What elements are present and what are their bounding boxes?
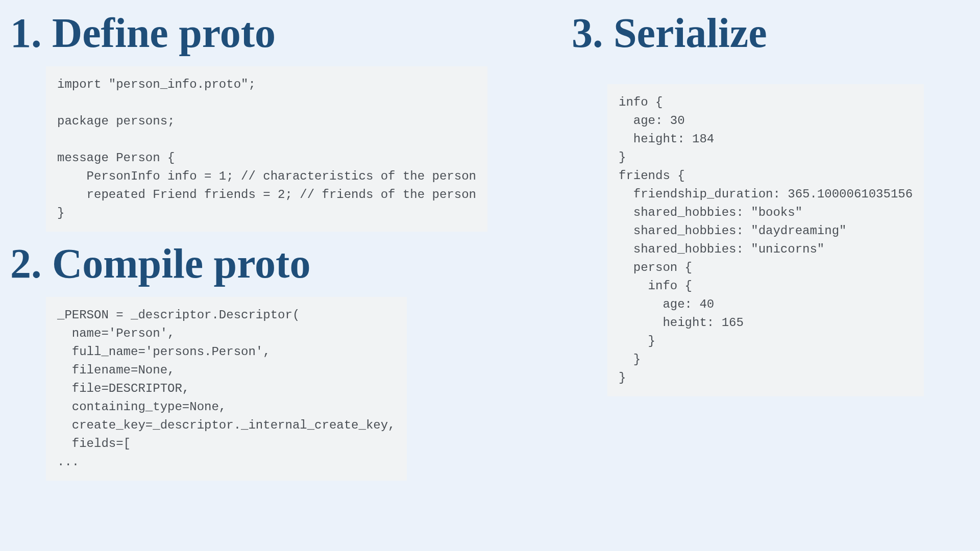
code-serialize: info { age: 30 height: 184 } friends { f… bbox=[607, 84, 924, 396]
code-define-proto: import "person_info.proto"; package pers… bbox=[46, 66, 487, 232]
heading-compile-proto: 2. Compile proto bbox=[10, 241, 500, 287]
heading-define-proto: 1. Define proto bbox=[10, 10, 500, 56]
heading-serialize: 3. Serialize bbox=[572, 10, 949, 56]
code-compile-proto: _PERSON = _descriptor.Descriptor( name='… bbox=[46, 297, 407, 481]
